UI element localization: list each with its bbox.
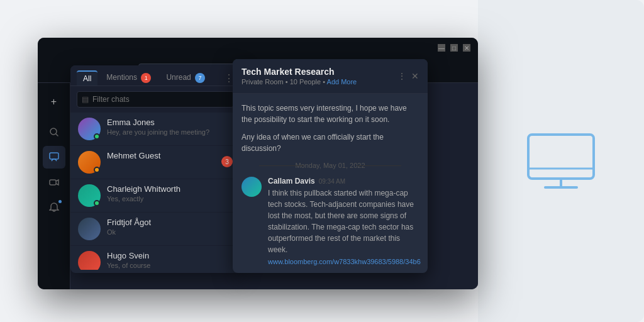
sidebar-search-button[interactable] — [43, 121, 65, 143]
date-divider: Monday, May 01, 2022 — [242, 162, 419, 169]
mentions-badge: 1 — [141, 73, 151, 83]
chat-info-mehmet: Mehmet Guest — [107, 151, 215, 162]
chat-info-charleigh: Charleigh Whitworth Yes, exactly — [107, 184, 233, 203]
chat-name-mehmet: Mehmet Guest — [107, 151, 215, 160]
unread-badge: 7 — [195, 73, 205, 83]
sidebar-add-button[interactable]: + — [43, 91, 65, 113]
chat-search-input[interactable] — [77, 91, 234, 108]
svg-rect-7 — [50, 180, 56, 185]
sidebar-video-button[interactable] — [43, 171, 65, 194]
close-button[interactable]: ✕ — [463, 44, 470, 52]
chat-search-wrapper: ▤ — [77, 91, 234, 108]
away-indicator — [94, 167, 100, 173]
minimize-button[interactable]: — — [438, 44, 445, 52]
message-header: Tech Market Research Private Room • 10 P… — [233, 59, 428, 94]
chat-item-fridtjof[interactable]: Fridtjof Ågot Ok — [70, 213, 240, 246]
room-separator-1: • — [286, 78, 290, 86]
close-message-button[interactable]: ✕ — [411, 71, 419, 81]
avatar-callam — [242, 177, 262, 197]
filter-icon: ▤ — [82, 95, 89, 104]
more-options-button[interactable]: ⋮ — [397, 71, 406, 81]
message-body: This topic seems very interesting, I hop… — [233, 94, 428, 270]
avatar-emma — [78, 118, 101, 140]
msg-time-callam: 09:34 AM — [319, 178, 345, 185]
msg-text-callam: I think this pullback started with mega-… — [268, 187, 421, 255]
sidebar-bell-button[interactable] — [43, 196, 65, 219]
room-add-link[interactable]: Add More — [327, 78, 357, 86]
avatar-charleigh — [78, 184, 101, 207]
tab-unread[interactable]: Unread 7 — [160, 70, 211, 86]
room-title: Tech Market Research — [242, 67, 357, 77]
message-text-2: Any idea of when we can officially start… — [242, 131, 419, 154]
chat-panel: All Mentions 1 Unread 7 ⋮ ▤ Emma Jones H… — [70, 65, 240, 273]
chat-item-emma[interactable]: Emma Jones Hey, are you joining the meet… — [70, 113, 240, 146]
avatar-mehmet — [78, 151, 101, 174]
chat-info-fridtjof: Fridtjof Ågot Ok — [107, 218, 233, 236]
online-indicator-charleigh — [94, 200, 100, 206]
chat-preview-hugo: Yes, of course — [107, 262, 233, 269]
unread-count-mehmet: 3 — [221, 156, 233, 167]
chat-name-charleigh: Charleigh Whitworth — [107, 184, 233, 194]
window-titlebar: — □ ✕ — [38, 38, 478, 58]
chat-preview-fridtjof: Ok — [107, 228, 233, 236]
room-people: 10 People — [290, 78, 321, 86]
svg-rect-0 — [528, 135, 594, 179]
avatar-fridtjof — [78, 218, 101, 240]
tab-all[interactable]: All — [77, 70, 97, 86]
chat-name-fridtjof: Fridtjof Ågot — [107, 218, 233, 227]
online-indicator — [94, 133, 100, 140]
chat-search-area: ▤ — [70, 86, 240, 113]
message-text-1: This topic seems very interesting, I hop… — [242, 103, 419, 125]
chat-name-hugo: Hugo Svein — [107, 251, 233, 260]
message-header-info: Tech Market Research Private Room • 10 P… — [242, 67, 357, 86]
message-header-actions: ⋮ ✕ — [397, 71, 419, 81]
chat-item-mehmet[interactable]: Mehmet Guest 3 — [70, 146, 240, 179]
msg-author-callam: Callam Davis 09:34 AM — [268, 177, 421, 186]
tab-mentions[interactable]: Mentions 1 — [100, 70, 157, 86]
chat-tabs: All Mentions 1 Unread 7 ⋮ — [70, 65, 240, 86]
svg-rect-6 — [50, 153, 58, 159]
message-panel: Tech Market Research Private Room • 10 P… — [233, 59, 428, 273]
room-subtitle: Private Room • 10 People • Add More — [242, 78, 357, 86]
svg-line-5 — [56, 134, 58, 136]
chat-item-charleigh[interactable]: Charleigh Whitworth Yes, exactly — [70, 179, 240, 213]
right-panel — [478, 0, 644, 322]
monitor-icon — [523, 130, 599, 192]
sidebar: + — [38, 83, 70, 289]
maximize-button[interactable]: □ — [450, 44, 458, 52]
avatar-hugo — [78, 251, 101, 270]
chat-info-emma: Emma Jones Hey, are you joining the meet… — [107, 118, 233, 136]
msg-link[interactable]: www.bloomberg.com/w7833khw39683/5988/34b… — [268, 258, 421, 265]
chat-name-emma: Emma Jones — [107, 118, 233, 127]
chat-preview-charleigh: Yes, exactly — [107, 195, 233, 203]
msg-content-callam: Callam Davis 09:34 AM I think this pullb… — [268, 177, 421, 267]
sidebar-chat-button[interactable] — [43, 146, 65, 169]
room-type: Private Room — [242, 78, 284, 86]
chat-list: Emma Jones Hey, are you joining the meet… — [70, 113, 240, 270]
chat-info-hugo: Hugo Svein Yes, of course — [107, 251, 233, 269]
message-row-callam: Callam Davis 09:34 AM I think this pullb… — [242, 177, 419, 267]
chat-item-hugo[interactable]: Hugo Svein Yes, of course — [70, 246, 240, 270]
chat-preview-emma: Hey, are you joining the meeting? — [107, 128, 233, 136]
